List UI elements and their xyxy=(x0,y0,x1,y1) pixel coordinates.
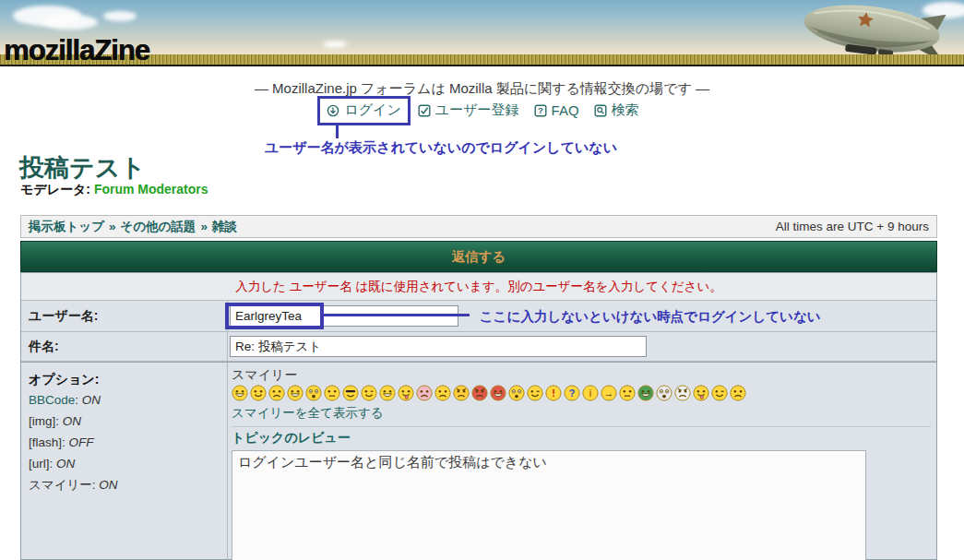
smiley-idea[interactable]: i xyxy=(582,385,599,401)
smiley-row: !?i→ xyxy=(232,385,931,401)
page-title: 投稿テスト xyxy=(19,151,146,185)
smiley-very-happy[interactable] xyxy=(232,385,248,401)
breadcrumb-board-index[interactable]: 掲示板トップ xyxy=(29,220,104,233)
breadcrumb-forum[interactable]: 雑談 xyxy=(212,220,237,233)
smilies-opt-label: スマイリー xyxy=(29,478,92,492)
svg-text:?: ? xyxy=(569,387,576,399)
login-annotation-connector xyxy=(336,125,339,138)
option-img: [img]: ON xyxy=(29,411,220,432)
moderator-label: モデレータ: xyxy=(20,182,90,197)
site-banner: mozillaZine xyxy=(0,0,964,66)
login-annotation-text: ユーザー名が表示されていないのでログインしていない xyxy=(265,139,617,157)
flash-state: OFF xyxy=(69,435,94,449)
option-flash: [flash]: OFF xyxy=(29,432,220,453)
message-textarea[interactable] xyxy=(232,450,866,560)
cloud xyxy=(323,41,347,48)
img-label: [img] xyxy=(29,414,55,428)
option-bbcode: BBCode: ON xyxy=(29,389,220,411)
bbcode-state: ON xyxy=(82,393,101,407)
smiley-twisted-evil[interactable] xyxy=(490,385,506,401)
breadcrumb-bar: 掲示板トップ»その他の話題»雑談 All times are UTC + 9 h… xyxy=(20,215,937,238)
login-link[interactable]: ログイン xyxy=(327,101,400,119)
smiley-cry[interactable] xyxy=(730,385,746,401)
smiley-angry-white[interactable] xyxy=(674,385,691,401)
options-cell: オプション: BBCode: ON [img]: ON [flash]: OFF… xyxy=(21,363,228,560)
username-input[interactable] xyxy=(230,305,458,327)
subject-label: 件名: xyxy=(21,332,228,361)
smiley-laughing[interactable] xyxy=(287,385,303,401)
message-cell: スマイリー !?i→ スマイリーを全て表示する トピックのレビュー xyxy=(228,363,936,560)
moderator-link[interactable]: Forum Moderators xyxy=(94,182,208,197)
timezone-note: All times are UTC + 9 hours xyxy=(776,220,929,233)
smiley-razz-2[interactable] xyxy=(693,385,709,401)
username-label: ユーザー名: xyxy=(21,301,228,331)
bbcode-link[interactable]: BBCode xyxy=(29,393,75,407)
smilies-label: スマイリー xyxy=(232,366,931,383)
smiley-sad[interactable] xyxy=(268,385,285,401)
login-label: ログイン xyxy=(344,101,400,119)
smiley-smirk[interactable] xyxy=(527,385,543,401)
smiley-mad[interactable] xyxy=(453,385,470,401)
smiley-mr-green[interactable] xyxy=(637,385,654,401)
post-form: 入力した ユーザー名 は既に使用されています。別のユーザー名を入力してください。… xyxy=(20,272,937,560)
breadcrumb: 掲示板トップ»その他の話題»雑談 xyxy=(29,219,237,235)
options-label: オプション: xyxy=(29,369,220,389)
smiley-smile[interactable] xyxy=(250,385,267,401)
section-divider xyxy=(232,426,931,427)
smiley-question[interactable]: ? xyxy=(564,385,580,401)
error-row: 入力した ユーザー名 は既に使用されています。別のユーザー名を入力してください。 xyxy=(21,273,936,301)
moderator-line: モデレータ: Forum Moderators xyxy=(20,182,208,198)
smiley-cool[interactable] xyxy=(342,385,359,401)
faq-label: FAQ xyxy=(552,102,579,118)
svg-text:?: ? xyxy=(538,105,543,115)
form-title-bar: 返信する xyxy=(20,241,937,272)
smiley-rolling-eyes[interactable] xyxy=(508,385,525,401)
smiley-point[interactable] xyxy=(711,385,728,401)
smiley-exclaim[interactable]: ! xyxy=(545,385,562,401)
form-title: 返信する xyxy=(452,248,506,266)
breadcrumb-separator: » xyxy=(200,220,208,233)
smiley-shocked-white[interactable] xyxy=(656,385,672,401)
show-all-smilies-link[interactable]: スマイリーを全て表示する xyxy=(232,406,384,420)
option-url: [url]: ON xyxy=(29,453,220,474)
smiley-shocked[interactable] xyxy=(305,385,322,401)
smiley-embarrassed[interactable] xyxy=(416,385,433,401)
topic-review: トピックのレビュー xyxy=(232,430,931,447)
search-icon xyxy=(594,104,607,117)
smiley-neutral-2[interactable] xyxy=(619,385,636,401)
nav-login-wrap: ログイン xyxy=(325,101,402,120)
username-annotation-text: ここに入力しないといけない時点でログインしていない xyxy=(480,308,821,326)
smiley-razz[interactable] xyxy=(398,385,414,401)
site-logo[interactable]: mozillaZine xyxy=(4,34,149,66)
top-nav: ログイン ユーザー登録 ? FAQ 検索 xyxy=(0,101,964,120)
error-message: 入力した ユーザー名 は既に使用されています。別のユーザー名を入力してください。 xyxy=(235,279,721,295)
subject-cell xyxy=(228,332,936,361)
smilies-state: ON xyxy=(99,478,117,492)
faq-link[interactable]: ? FAQ xyxy=(534,102,579,118)
show-all-smilies: スマイリーを全て表示する xyxy=(232,405,931,422)
smiley-big-grin[interactable] xyxy=(379,385,396,401)
search-label: 検索 xyxy=(612,101,639,119)
site-tagline: — MozillaZine.jp フォーラムは Mozilla 製品に関する情報… xyxy=(0,80,964,98)
url-label: [url] xyxy=(29,457,50,471)
register-link[interactable]: ユーザー登録 xyxy=(418,101,519,119)
search-link[interactable]: 検索 xyxy=(594,101,639,119)
breadcrumb-separator: » xyxy=(109,220,116,233)
login-icon xyxy=(327,104,339,117)
smiley-evil[interactable] xyxy=(471,385,488,401)
smiley-wink[interactable] xyxy=(361,385,377,401)
faq-icon: ? xyxy=(534,104,547,117)
subject-input[interactable] xyxy=(230,336,647,357)
smiley-neutral[interactable] xyxy=(324,385,340,401)
breadcrumb-category[interactable]: その他の話題 xyxy=(120,220,196,233)
svg-text:i: i xyxy=(589,387,592,399)
cloud xyxy=(103,11,137,21)
svg-text:!: ! xyxy=(552,387,555,399)
smiley-confused[interactable] xyxy=(434,385,451,401)
flash-label: [flash] xyxy=(29,435,62,449)
img-state: ON xyxy=(63,414,81,428)
svg-text:→: → xyxy=(604,387,614,399)
topic-review-link[interactable]: トピックのレビュー xyxy=(232,430,351,445)
smiley-arrow[interactable]: → xyxy=(601,385,617,401)
forum-page: mozillaZine — MozillaZine.jp フォーラムは Mozi… xyxy=(0,0,964,560)
